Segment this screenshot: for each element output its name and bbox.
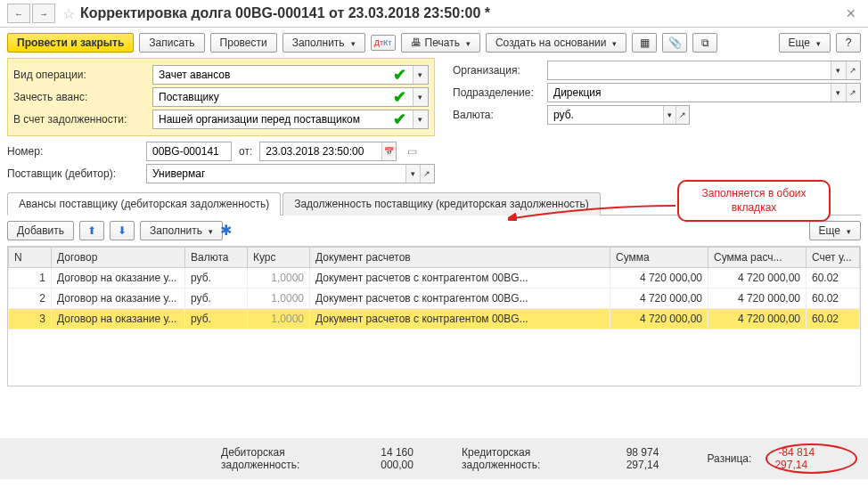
tab-fill-button[interactable]: Заполнить ✱ xyxy=(140,221,223,240)
advance-select[interactable]: ✔ ▾ xyxy=(152,87,429,107)
post-button[interactable]: Провести xyxy=(210,33,277,53)
summary-footer: Дебиторская задолженность: 14 160 000,00… xyxy=(0,438,868,479)
date-input[interactable] xyxy=(260,143,381,159)
table-row[interactable]: 3Договор на оказание у...руб.1,0000Докум… xyxy=(9,309,860,329)
cell-sum2: 4 720 000,00 xyxy=(708,309,807,329)
help-button[interactable]: ? xyxy=(836,33,861,53)
create-based-label: Создать на основании xyxy=(495,37,607,49)
supplier-input[interactable] xyxy=(147,166,405,182)
add-row-button[interactable]: Добавить xyxy=(7,221,74,240)
op-type-select[interactable]: ✔ ▾ xyxy=(152,65,429,85)
table-row[interactable]: 2Договор на оказание у...руб.1,0000Докум… xyxy=(9,289,860,309)
dtkt-icon: ДтКт xyxy=(374,38,392,47)
calendar-icon[interactable]: 📅 xyxy=(381,142,396,160)
struct-button[interactable]: ▦ xyxy=(632,33,657,53)
cell-rate: 1,0000 xyxy=(248,289,310,309)
col-contract[interactable]: Договор xyxy=(52,248,185,268)
fill-button[interactable]: Заполнить xyxy=(283,33,365,53)
dropdown-icon[interactable]: ▾ xyxy=(831,61,845,79)
settlement-table: N Договор Валюта Курс Документ расчетов … xyxy=(8,247,860,329)
caret-icon xyxy=(206,224,213,237)
hint-star-icon: ✱ xyxy=(220,222,232,239)
cell-doc: Документ расчетов с контрагентом 00BG... xyxy=(310,268,610,289)
dropdown-icon[interactable]: ▾ xyxy=(413,88,428,106)
diff-label: Разница: xyxy=(708,452,752,465)
org-input[interactable] xyxy=(548,62,831,78)
form-area: Вид операции: ✔ ▾ Зачесть аванс: ✔ ▾ xyxy=(0,58,868,386)
arrow-up-icon: ⬆ xyxy=(87,224,96,237)
credit-label: Кредиторская задолженность: xyxy=(462,446,609,471)
col-rate[interactable]: Курс xyxy=(248,248,310,268)
tab-more-button[interactable]: Еще xyxy=(809,221,861,240)
number-input[interactable] xyxy=(147,143,231,159)
diff-value: -84 814 297,14 xyxy=(774,446,815,471)
nav-back-button[interactable]: ← xyxy=(7,4,30,23)
against-input[interactable] xyxy=(153,111,413,127)
col-sum[interactable]: Сумма xyxy=(610,248,708,268)
dept-label: Подразделение: xyxy=(453,86,542,99)
open-icon[interactable]: ↗ xyxy=(420,165,434,183)
dtkt-button[interactable]: ДтКт xyxy=(371,35,396,51)
table-row[interactable]: 1Договор на оказание у...руб.1,0000Докум… xyxy=(9,268,860,289)
date-field[interactable]: 📅 xyxy=(259,142,397,161)
org-field[interactable]: ▾ ↗ xyxy=(547,61,861,80)
cell-sum2: 4 720 000,00 xyxy=(708,268,807,289)
currency-input[interactable] xyxy=(548,107,663,123)
cell-rate: 1,0000 xyxy=(248,268,310,289)
nav-forward-button[interactable]: → xyxy=(32,4,55,23)
dropdown-icon[interactable]: ▾ xyxy=(413,110,428,128)
tab-more-label: Еще xyxy=(819,224,840,237)
supplier-field[interactable]: ▾ ↗ xyxy=(146,164,435,183)
cell-currency: руб. xyxy=(185,268,248,289)
cell-n: 1 xyxy=(9,268,52,289)
create-based-button[interactable]: Создать на основании xyxy=(486,33,627,53)
currency-field[interactable]: ▾ ↗ xyxy=(547,105,690,125)
highlighted-params: Вид операции: ✔ ▾ Зачесть аванс: ✔ ▾ xyxy=(7,58,435,136)
cell-n: 2 xyxy=(9,289,52,309)
move-down-button[interactable]: ⬇ xyxy=(110,221,135,240)
move-up-button[interactable]: ⬆ xyxy=(79,221,104,240)
col-doc[interactable]: Документ расчетов xyxy=(310,248,610,268)
cell-acc: 60.02 xyxy=(807,268,860,289)
open-icon[interactable]: ↗ xyxy=(676,106,689,124)
currency-label: Валюта: xyxy=(453,109,542,121)
cell-n: 3 xyxy=(9,309,52,329)
op-type-input[interactable] xyxy=(153,67,413,83)
attach-button[interactable]: 📎 xyxy=(662,33,687,53)
mode-icon[interactable]: ▭ xyxy=(407,145,417,158)
dropdown-icon[interactable]: ▾ xyxy=(663,106,676,124)
col-sum2[interactable]: Сумма расч... xyxy=(708,248,807,268)
print-button[interactable]: 🖶Печать xyxy=(401,33,480,53)
number-field[interactable] xyxy=(146,142,232,161)
dropdown-icon[interactable]: ▾ xyxy=(413,66,428,84)
dropdown-icon[interactable]: ▾ xyxy=(405,165,420,183)
against-label: В счет задолженности: xyxy=(13,113,147,126)
col-n[interactable]: N xyxy=(9,248,52,268)
col-acc[interactable]: Счет у... xyxy=(807,248,860,268)
advance-label: Зачесть аванс: xyxy=(13,91,147,103)
dept-input[interactable] xyxy=(548,85,831,101)
annotation-callout: Заполняется в обоих вкладках xyxy=(677,180,831,222)
cell-contract: Договор на оказание у... xyxy=(52,289,185,309)
open-icon[interactable]: ↗ xyxy=(846,61,860,79)
cell-currency: руб. xyxy=(185,309,248,329)
dropdown-icon[interactable]: ▾ xyxy=(831,84,845,102)
cell-doc: Документ расчетов с контрагентом 00BG... xyxy=(310,309,610,329)
fill-label: Заполнить xyxy=(292,37,345,49)
open-icon[interactable]: ↗ xyxy=(846,84,860,102)
tab-advances[interactable]: Авансы поставщику (дебиторская задолженн… xyxy=(7,192,281,216)
tab-fill-label: Заполнить xyxy=(150,224,202,237)
diff-highlight: -84 814 297,14 xyxy=(766,443,857,474)
col-currency[interactable]: Валюта xyxy=(185,248,248,268)
close-button[interactable]: × xyxy=(840,4,861,23)
more-button[interactable]: Еще xyxy=(779,33,831,53)
post-close-button[interactable]: Провести и закрыть xyxy=(7,33,134,53)
save-button[interactable]: Записать xyxy=(139,33,204,53)
copy-button[interactable]: ⧉ xyxy=(692,33,717,53)
favorite-star-icon[interactable]: ☆ xyxy=(62,5,75,22)
against-select[interactable]: ✔ ▾ xyxy=(152,110,429,129)
table-scroll[interactable]: N Договор Валюта Курс Документ расчетов … xyxy=(7,246,861,386)
dept-field[interactable]: ▾ ↗ xyxy=(547,83,861,102)
titlebar: ← → ☆ Корректировка долга 00BG-000141 от… xyxy=(0,0,868,28)
advance-input[interactable] xyxy=(153,89,413,105)
